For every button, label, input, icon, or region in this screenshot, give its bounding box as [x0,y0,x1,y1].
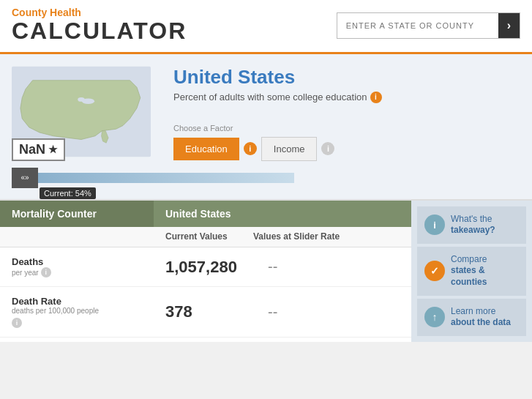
table-header-right: United States [154,201,411,227]
education-info-icon[interactable]: i [244,142,257,155]
row1-left: Deaths per year i [0,256,154,277]
bottom-section: Mortality Counter United States Current … [0,201,532,342]
location-title: United States [173,66,520,89]
slider-toggle-button[interactable]: «» [12,168,38,188]
row2-value: 378 [165,302,268,321]
table-subheader: Current Values Values at Slider Rate [0,227,411,248]
chart-icon: ↑ [424,307,445,327]
row2-right: 378 -- [154,302,411,321]
sidebar-card-takeaway[interactable]: i What's the takeaway? [417,206,526,244]
row2-label: Death Rate [12,296,142,307]
logo: County Health CALCULATOR [12,7,187,45]
pin-icon: ★ [48,143,58,155]
subtitle-text: Percent of adults with some college educ… [173,92,367,102]
learn-text: Learn more about the data [451,306,511,329]
svg-point-2 [78,97,85,102]
row1-right: 1,057,280 -- [154,258,411,277]
current-value-label: Current: 54% [40,187,96,199]
compare-text: Compare states & counties [451,254,519,288]
col1-header: Current Values [165,231,253,243]
row1-value: 1,057,280 [165,258,268,277]
nan-badge: NaN ★ [12,138,65,161]
header: County Health CALCULATOR › [0,0,532,54]
info-section: United States Percent of adults with som… [166,66,520,161]
table-row: Death Rate deaths per 100,000 people i 3… [0,287,411,338]
logo-bottom: CALCULATOR [12,18,187,44]
sidebar-card-learn[interactable]: ↑ Learn more about the data [417,299,526,336]
nan-value: NaN [19,142,45,157]
takeaway-text: What's the takeaway? [451,214,495,236]
row2-left: Death Rate deaths per 100,000 people i [0,296,154,328]
row2-info-icon[interactable]: i [12,318,22,328]
slider-area: «» Current: 54% [12,168,334,188]
search-input[interactable] [337,15,498,36]
factor-buttons: Education i Income i [173,137,520,161]
row1-label: Deaths [12,256,142,267]
table-header-left: Mortality Counter [0,201,154,227]
search-button[interactable]: › [498,13,520,38]
search-bar: › [337,12,520,39]
income-info-icon[interactable]: i [321,142,334,155]
map-container: NaN ★ «» Current: 54% [12,66,154,157]
logo-top: County Health [12,7,187,18]
mortality-table: Mortality Counter United States Current … [0,201,411,342]
factor-btn-income[interactable]: Income [261,137,318,161]
slider-track[interactable]: Current: 54% [38,173,294,183]
row2-sublabel: deaths per 100,000 people [12,307,142,315]
sidebar-card-compare[interactable]: ✓ Compare states & counties [417,247,526,296]
row1-sublabel: per year i [12,267,142,277]
location-subtitle: Percent of adults with some college educ… [173,92,520,103]
info-icon: i [424,215,445,235]
subheader-spacer [0,227,154,247]
factor-label: Choose a Factor [173,124,520,133]
row1-info-icon[interactable]: i [41,267,51,277]
row1-slider-value: -- [268,258,277,275]
subtitle-info-icon[interactable]: i [370,92,382,103]
subheader-cols: Current Values Values at Slider Rate [154,227,411,247]
col2-header: Values at Slider Rate [253,231,341,243]
factor-btn-education[interactable]: Education [173,138,239,160]
top-section: NaN ★ «» Current: 54% United States Perc… [0,54,532,201]
table-header: Mortality Counter United States [0,201,411,227]
table-row: Deaths per year i 1,057,280 -- [0,247,411,287]
check-icon: ✓ [424,261,445,281]
factor-section: Choose a Factor Education i Income i [173,124,520,161]
row2-slider-value: -- [268,304,277,321]
right-sidebar: i What's the takeaway? ✓ Compare states … [411,201,532,342]
